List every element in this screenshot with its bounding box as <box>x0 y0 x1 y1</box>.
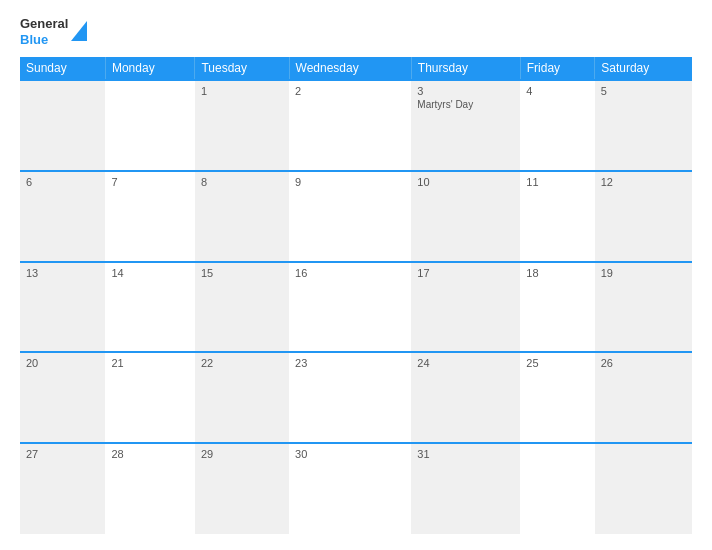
week-row-3: 13141516171819 <box>20 262 692 353</box>
day-cell: 21 <box>105 352 194 443</box>
week-row-4: 20212223242526 <box>20 352 692 443</box>
day-cell: 28 <box>105 443 194 534</box>
day-cell: 16 <box>289 262 411 353</box>
day-number: 8 <box>201 176 283 188</box>
svg-marker-0 <box>71 21 87 41</box>
column-header-wednesday: Wednesday <box>289 57 411 80</box>
day-cell: 22 <box>195 352 289 443</box>
day-number: 31 <box>417 448 514 460</box>
event-label: Martyrs' Day <box>417 99 514 110</box>
day-cell: 3Martyrs' Day <box>411 80 520 171</box>
day-cell: 25 <box>520 352 594 443</box>
day-number: 23 <box>295 357 405 369</box>
day-number: 22 <box>201 357 283 369</box>
day-number: 19 <box>601 267 686 279</box>
day-cell: 2 <box>289 80 411 171</box>
week-row-2: 6789101112 <box>20 171 692 262</box>
day-cell: 7 <box>105 171 194 262</box>
day-number: 21 <box>111 357 188 369</box>
day-number: 16 <box>295 267 405 279</box>
logo: General Blue <box>20 16 87 47</box>
column-header-thursday: Thursday <box>411 57 520 80</box>
column-header-sunday: Sunday <box>20 57 105 80</box>
day-cell: 29 <box>195 443 289 534</box>
day-cell: 23 <box>289 352 411 443</box>
day-number: 14 <box>111 267 188 279</box>
day-cell: 24 <box>411 352 520 443</box>
day-number: 2 <box>295 85 405 97</box>
calendar-header-row: SundayMondayTuesdayWednesdayThursdayFrid… <box>20 57 692 80</box>
logo-triangle-icon <box>71 21 87 41</box>
day-number: 25 <box>526 357 588 369</box>
day-number: 10 <box>417 176 514 188</box>
day-cell: 26 <box>595 352 692 443</box>
day-number: 24 <box>417 357 514 369</box>
day-number: 6 <box>26 176 99 188</box>
day-cell: 19 <box>595 262 692 353</box>
column-header-tuesday: Tuesday <box>195 57 289 80</box>
column-header-saturday: Saturday <box>595 57 692 80</box>
day-cell: 10 <box>411 171 520 262</box>
logo-general-text: General <box>20 16 68 32</box>
day-cell: 14 <box>105 262 194 353</box>
day-number: 11 <box>526 176 588 188</box>
day-cell <box>520 443 594 534</box>
day-number: 29 <box>201 448 283 460</box>
day-cell: 12 <box>595 171 692 262</box>
day-cell: 15 <box>195 262 289 353</box>
day-cell: 11 <box>520 171 594 262</box>
day-cell: 6 <box>20 171 105 262</box>
day-number: 26 <box>601 357 686 369</box>
day-number: 28 <box>111 448 188 460</box>
day-number: 17 <box>417 267 514 279</box>
week-row-5: 2728293031 <box>20 443 692 534</box>
day-cell: 4 <box>520 80 594 171</box>
day-number: 3 <box>417 85 514 97</box>
day-cell: 8 <box>195 171 289 262</box>
day-cell <box>595 443 692 534</box>
week-row-1: 123Martyrs' Day45 <box>20 80 692 171</box>
day-cell: 18 <box>520 262 594 353</box>
day-cell: 27 <box>20 443 105 534</box>
day-cell: 20 <box>20 352 105 443</box>
day-cell: 1 <box>195 80 289 171</box>
day-number: 13 <box>26 267 99 279</box>
day-cell: 13 <box>20 262 105 353</box>
day-cell: 9 <box>289 171 411 262</box>
logo-blue-text: Blue <box>20 32 48 48</box>
column-header-friday: Friday <box>520 57 594 80</box>
day-cell: 30 <box>289 443 411 534</box>
day-cell: 17 <box>411 262 520 353</box>
day-number: 30 <box>295 448 405 460</box>
day-cell: 31 <box>411 443 520 534</box>
column-header-monday: Monday <box>105 57 194 80</box>
day-number: 9 <box>295 176 405 188</box>
calendar-table: SundayMondayTuesdayWednesdayThursdayFrid… <box>20 57 692 534</box>
day-number: 1 <box>201 85 283 97</box>
day-number: 7 <box>111 176 188 188</box>
day-cell: 5 <box>595 80 692 171</box>
day-number: 5 <box>601 85 686 97</box>
day-number: 20 <box>26 357 99 369</box>
day-cell <box>20 80 105 171</box>
day-number: 15 <box>201 267 283 279</box>
day-number: 12 <box>601 176 686 188</box>
day-number: 18 <box>526 267 588 279</box>
day-cell <box>105 80 194 171</box>
day-number: 4 <box>526 85 588 97</box>
calendar-header: General Blue <box>20 16 692 47</box>
day-number: 27 <box>26 448 99 460</box>
